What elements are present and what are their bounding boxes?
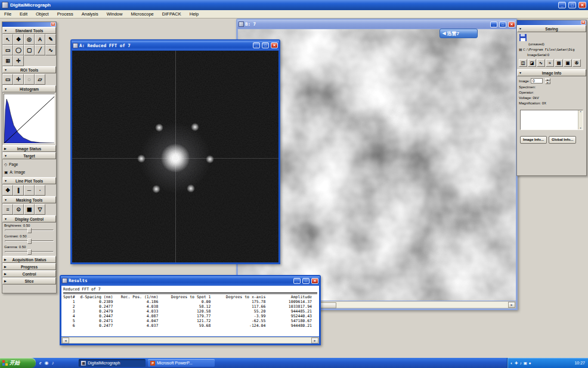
slider-thumb[interactable] [27,239,32,244]
results-window-titlebar[interactable]: Results _ □ ✕ [61,276,320,285]
menu-file[interactable]: File [0,10,16,18]
section-saving[interactable]: ▼ Saving [517,25,586,32]
app-titlebar[interactable]: DigitalMicrograph _ □ ✕ [0,0,588,10]
slider-thumb[interactable] [27,228,32,233]
menu-microscope[interactable]: Microscope [126,10,157,18]
save-button[interactable]: ◫ [519,59,527,67]
tray-status-icon[interactable]: ● [529,361,531,365]
circle-roi-button[interactable]: ◌ [24,74,35,85]
rectangle-tool-button[interactable]: ▭ [2,45,13,55]
app-minimize-button[interactable]: _ [558,2,566,8]
scroll-left-icon[interactable]: ◄ [62,338,69,344]
results-horizontal-scrollbar[interactable]: ◄ ► [61,337,319,344]
fft-image[interactable] [72,51,278,262]
section-image-status[interactable]: ▶ Image Status [2,145,56,152]
image-close-button[interactable]: ✕ [508,21,515,27]
clock[interactable]: 10:27 [574,361,585,365]
app-maximize-button[interactable]: □ [568,2,576,8]
rect-roi-button[interactable]: ▭ [2,74,13,85]
pencil-tool-button[interactable]: ✎ [45,34,56,45]
grid-tool-button[interactable]: ⊞ [2,55,13,66]
info-notes-field[interactable]: ▲ ▼ [520,110,583,130]
section-slice[interactable]: ▶ Slice [2,277,56,284]
tray-volume-icon[interactable]: ◐ [510,361,513,365]
arrow-tool-button[interactable]: ↖ [2,34,13,45]
global-info-button[interactable]: Global Info... [549,136,576,144]
start-button[interactable]: 开始 [0,358,36,368]
results-close-button[interactable]: ✕ [311,278,318,284]
spin-down-icon[interactable]: ▼ [545,81,550,84]
image-maximize-button[interactable]: □ [499,21,506,27]
spin-down-icon[interactable]: ▼ [578,127,583,129]
scroll-right-icon[interactable]: ► [311,338,318,344]
menu-difpack[interactable]: DIFPACK [158,10,185,18]
scroll-right-icon[interactable]: ► [508,302,515,308]
image-minimize-button[interactable]: _ [490,21,497,27]
section-control[interactable]: ▶ Control [2,270,56,277]
media-player-icon[interactable]: ♪ [52,360,54,366]
section-display-control[interactable]: ▼ Display Control [2,215,56,222]
slider-thumb[interactable] [27,249,32,255]
notes-scrollbar[interactable]: ▲ ▼ [578,110,583,129]
section-acquisition-status[interactable]: ▶ Acquisition Status [2,256,56,263]
xunlei-overlay[interactable]: ◀ 迅雷7 [440,29,478,38]
app-close-button[interactable]: ✕ [578,2,586,8]
text-tool-button[interactable]: A [35,34,45,45]
section-progress[interactable]: ▶ Progress [2,263,56,270]
section-roi-tools[interactable]: ▼ ROI Tools [2,66,56,73]
print-button[interactable]: ▣ [564,59,572,67]
section-target[interactable]: ▼ Target [2,152,56,159]
cross-roi-button[interactable]: ✛ [13,74,24,85]
fft-window-titlebar[interactable]: A: Reduced FFT of 7 _ □ ✕ [72,41,279,50]
section-standard-tools[interactable]: ▼ Standard Tools [2,27,56,34]
image-info-button[interactable]: Image Info... [520,136,547,144]
menu-edit[interactable]: Edit [16,10,32,18]
spin-up-icon[interactable]: ▲ [578,110,583,113]
info-palette-titlebar[interactable]: ✕ [517,20,586,25]
zoom-tool-button[interactable]: ◎ [24,34,35,45]
palette-close-button[interactable]: ✕ [51,22,55,26]
save-as-button[interactable]: ◪ [528,59,536,67]
menu-help[interactable]: Help [185,10,203,18]
marker-button[interactable]: ∙ [35,185,45,196]
gamma-slider[interactable] [4,249,54,255]
vertical-bars-button[interactable]: ∥ [13,185,24,196]
menu-analysis[interactable]: Analysis [78,10,103,18]
results-minimize-button[interactable]: _ [293,278,301,284]
tray-network-icon[interactable]: ▣ [524,361,527,366]
wedge-mask-button[interactable]: ▽ [35,204,45,215]
curve-tool-button[interactable]: ∿ [45,45,56,55]
spot-mask-button[interactable]: ⊙ [13,204,24,215]
results-maximize-button[interactable]: □ [302,278,310,284]
band-mask-button[interactable]: ≡ [2,204,13,215]
palette-titlebar[interactable]: ✕ [2,22,56,27]
tray-safety-icon[interactable]: ✚ [515,361,518,366]
tray-media-icon[interactable]: ♪ [519,361,521,365]
task-powerpoint[interactable]: P Microsoft PowerP... [148,359,215,367]
brightness-slider[interactable] [4,228,54,233]
show-desktop-icon[interactable]: ◉ [45,360,49,366]
menu-object[interactable]: Object [32,10,53,18]
move-plot-button[interactable]: ✥ [2,185,13,196]
fft-maximize-button[interactable]: □ [262,42,269,48]
image-number-field[interactable]: 0 [531,78,543,84]
section-image-info[interactable]: ▼ Image Info [517,69,586,76]
menu-process[interactable]: Process [53,10,78,18]
cross-tool-button[interactable]: ✛ [13,55,24,66]
settings-button[interactable]: ✇ [572,59,581,67]
polygon-roi-button[interactable]: ▱ [35,74,45,85]
image-window-titlebar[interactable]: B: 7 _ □ ✕ [237,20,516,29]
ie-icon[interactable]: e [39,360,42,366]
target-option-image[interactable]: ▣ A: Image [4,168,54,176]
line-tool-button[interactable]: ╱ [35,45,45,55]
section-masking-tools[interactable]: ▼ Masking Tools [2,196,56,203]
page-setup-button[interactable]: ▤ [555,59,563,67]
array-mask-button[interactable]: ▦ [24,204,35,215]
info-palette-close-button[interactable]: ✕ [581,20,586,24]
contrast-slider[interactable] [4,239,54,244]
menu-window[interactable]: Window [103,10,127,18]
roundrect-tool-button[interactable]: ▢ [24,45,35,55]
fft-close-button[interactable]: ✕ [271,42,278,48]
fft-minimize-button[interactable]: _ [253,42,260,48]
hand-tool-button[interactable]: ✥ [13,34,24,45]
